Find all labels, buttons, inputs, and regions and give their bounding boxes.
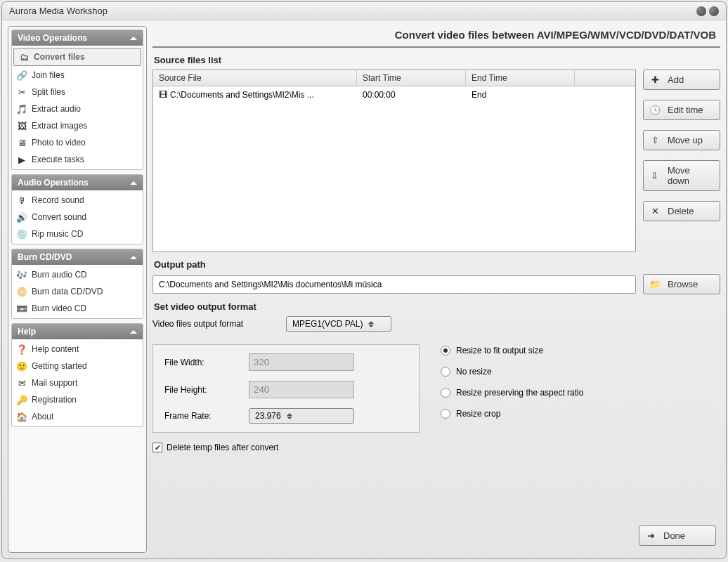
output-path-label: Output path (154, 259, 720, 270)
sidebar-item-label: Execute tasks (32, 155, 84, 164)
window-title: Aurora Media Workshop (9, 6, 108, 16)
panel-header[interactable]: Audio Operations (12, 175, 143, 190)
sidebar-item-label: Burn video CD (32, 303, 86, 313)
spinner-icon (287, 413, 292, 419)
titlebar: Aurora Media Workshop (2, 2, 726, 20)
sidebar-panel: Video Operations🗂Convert files🔗Join file… (11, 30, 143, 170)
file-width-input (249, 353, 354, 371)
browse-button[interactable]: 📁Browse (643, 274, 720, 294)
clock-icon: 🕓 (649, 105, 661, 115)
item-icon: 🖼 (16, 120, 27, 131)
output-path-input[interactable] (152, 275, 636, 294)
sidebar-item-convert-sound[interactable]: 🔊Convert sound (12, 209, 143, 226)
item-icon: ▶ (16, 154, 27, 165)
sidebar-item-getting-started[interactable]: 🙂Getting started (12, 358, 143, 374)
item-icon: ❓ (16, 344, 27, 355)
sidebar-item-label: Convert files (34, 52, 85, 62)
move-down-button[interactable]: ⇩Move down (643, 160, 720, 191)
item-icon: 🙂 (16, 360, 27, 372)
item-icon: 📀 (16, 286, 27, 297)
sidebar-item-label: Rip music CD (32, 229, 83, 239)
sidebar-item-extract-images[interactable]: 🖼Extract images (12, 117, 143, 134)
edit-time-button[interactable]: 🕓Edit time (643, 100, 720, 120)
sidebar-item-about[interactable]: 🏠About (12, 408, 143, 425)
output-format-select[interactable]: MPEG1(VCD PAL) (286, 316, 391, 332)
delete-button[interactable]: ✕Delete (643, 201, 720, 221)
sidebar-item-label: Extract images (32, 121, 87, 131)
window-controls (696, 6, 719, 16)
frame-rate-select[interactable]: 23.976 (249, 408, 354, 424)
sidebar-item-label: Record sound (32, 195, 84, 205)
item-icon: 🎵 (16, 103, 27, 115)
sidebar-panel: Help❓Help content🙂Getting started✉Mail s… (11, 323, 143, 427)
chevron-up-icon (130, 330, 137, 334)
item-icon: 🖥 (16, 137, 27, 148)
frame-rate-label: Frame Rate: (164, 411, 235, 421)
checkbox-icon: ✔ (152, 443, 162, 452)
resize-no-radio[interactable]: No resize (441, 367, 583, 377)
minimize-icon[interactable] (696, 6, 706, 16)
sidebar: Video Operations🗂Convert files🔗Join file… (8, 26, 147, 553)
size-group: File Width: File Height: Frame Rate: 23.… (152, 344, 420, 433)
delete-temp-checkbox[interactable]: ✔ Delete temp files after convert (152, 443, 720, 452)
sidebar-item-registration[interactable]: 🔑Registration (12, 391, 143, 408)
chevron-up-icon (130, 181, 137, 185)
done-button[interactable]: ➔Done (639, 525, 716, 546)
sidebar-item-execute-tasks[interactable]: ▶Execute tasks (12, 151, 143, 168)
move-up-button[interactable]: ⇧Move up (643, 130, 720, 150)
sidebar-item-label: Extract audio (32, 104, 81, 114)
resize-fit-radio[interactable]: Resize to fit output size (441, 346, 583, 355)
close-icon[interactable] (709, 6, 719, 16)
sidebar-item-label: Registration (32, 395, 77, 405)
item-icon: 🎶 (16, 269, 27, 280)
table-row[interactable]: 🎞C:\Documents and Settings\MI2\Mis ...00… (153, 86, 635, 103)
sidebar-item-label: Split files (32, 87, 65, 97)
sidebar-item-split-files[interactable]: ✂Split files (12, 84, 143, 100)
sidebar-item-help-content[interactable]: ❓Help content (12, 341, 143, 358)
add-button[interactable]: ✚Add (643, 70, 720, 90)
sidebar-item-label: Burn audio CD (32, 270, 87, 280)
file-width-label: File Width: (164, 358, 235, 367)
sidebar-item-label: Burn data CD/DVD (32, 287, 103, 296)
sidebar-panel: Burn CD/DVD🎶Burn audio CD📀Burn data CD/D… (11, 249, 143, 319)
item-icon: 🎙 (16, 195, 27, 206)
file-height-label: File Height: (164, 385, 235, 395)
col-start-time[interactable]: Start Time (357, 70, 466, 86)
table-header: Source File Start Time End Time (153, 70, 635, 86)
panel-header[interactable]: Video Operations (12, 30, 143, 46)
sidebar-item-join-files[interactable]: 🔗Join files (12, 67, 143, 84)
sidebar-item-convert-files[interactable]: 🗂Convert files (13, 48, 141, 66)
col-end-time[interactable]: End Time (466, 70, 575, 86)
sidebar-item-label: Help content (32, 344, 79, 354)
page-title: Convert video files between AVI/MPEG/WMV… (152, 26, 720, 48)
output-format-label: Video files output format (152, 319, 272, 329)
sidebar-item-extract-audio[interactable]: 🎵Extract audio (12, 100, 143, 117)
sidebar-item-rip-music-cd[interactable]: 💿Rip music CD (12, 226, 143, 242)
sidebar-item-photo-to-video[interactable]: 🖥Photo to video (12, 134, 143, 151)
sidebar-item-mail-support[interactable]: ✉Mail support (12, 374, 143, 391)
format-label: Set video output format (154, 301, 720, 312)
file-height-input (249, 381, 354, 398)
film-icon: 🎞 (159, 90, 167, 100)
item-icon: 🔗 (16, 70, 27, 81)
sidebar-item-burn-audio-cd[interactable]: 🎶Burn audio CD (12, 266, 143, 283)
sidebar-item-record-sound[interactable]: 🎙Record sound (12, 192, 143, 209)
panel-header[interactable]: Help (12, 324, 143, 339)
item-icon: 📼 (16, 303, 27, 314)
plus-icon: ✚ (649, 74, 661, 85)
resize-crop-radio[interactable]: Resize crop (441, 409, 583, 419)
x-icon: ✕ (649, 206, 661, 216)
sidebar-item-label: Convert sound (32, 212, 86, 222)
resize-preserve-radio[interactable]: Resize preserving the aspect ratio (441, 388, 583, 398)
panel-header[interactable]: Burn CD/DVD (12, 249, 143, 265)
sidebar-item-burn-video-cd[interactable]: 📼Burn video CD (12, 300, 143, 317)
chevron-up-icon (130, 37, 137, 40)
source-table: Source File Start Time End Time 🎞C:\Docu… (152, 70, 636, 252)
resize-options: Resize to fit output size No resize Resi… (441, 336, 583, 433)
main-panel: Convert video files between AVI/MPEG/WMV… (152, 26, 720, 553)
sidebar-item-label: Join files (32, 70, 65, 80)
sidebar-item-burn-data-cd-dvd[interactable]: 📀Burn data CD/DVD (12, 283, 143, 300)
folder-icon: 📁 (649, 279, 661, 289)
col-source-file[interactable]: Source File (153, 70, 357, 86)
arrow-down-icon: ⇩ (649, 171, 661, 181)
